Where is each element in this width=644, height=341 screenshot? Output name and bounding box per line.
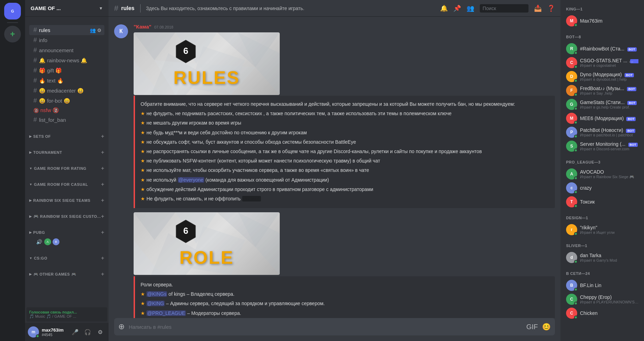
message-input[interactable]: [129, 320, 522, 334]
channel-item-list-for-ban[interactable]: # list_for_ban: [29, 115, 104, 125]
member-name: "rikikyn": [580, 225, 638, 230]
category-game-room-rating: ▼GAME ROOM FOR RATING +: [25, 158, 109, 174]
channel-item-rainbow-news[interactable]: # 🔔 rainbow-news 🔔: [29, 55, 104, 65]
member-item-mee6[interactable]: M MEE6 (Модерация) BOT: [563, 111, 641, 125]
member-item-max763im[interactable]: M Max763im: [563, 14, 641, 28]
member-avatar: D: [566, 71, 577, 82]
chevron-down-icon: ▼: [29, 256, 32, 260]
add-channel-icon[interactable]: +: [101, 165, 104, 172]
add-channel-icon[interactable]: +: [101, 133, 104, 140]
headphones-icon[interactable]: 🎧: [82, 326, 93, 338]
add-channel-icon[interactable]: +: [101, 229, 104, 236]
member-name: Max763im: [580, 18, 638, 24]
channel-item-mediacenter[interactable]: # 😄 mediacenter 😄: [29, 86, 104, 96]
add-channel-icon[interactable]: +: [101, 255, 104, 261]
member-info: Server Monitoring (... BOT Играет в Disc…: [580, 141, 638, 151]
member-item-fredboat[interactable]: F FredBoat♪♪ (Музы... BOT Играет в Say ,…: [563, 84, 641, 97]
member-item-csgo-stats[interactable]: C CSGO-STATS.NET ... BOT Играет в csgost…: [563, 56, 641, 70]
online-dot: [574, 79, 578, 82]
chevron-right-icon: ▶: [29, 215, 32, 218]
channel-item-for-bot[interactable]: # 😄 for-bot 😄: [29, 96, 104, 106]
channel-item-gift[interactable]: # 🎁 gift 🎁: [29, 65, 104, 76]
rule-7: ★не используйте мат, чтобы оскорбить уча…: [141, 166, 549, 175]
hash-icon: #: [33, 67, 37, 74]
channel-item-rules[interactable]: # rules 👥 ⚙: [29, 25, 104, 35]
online-dot: [574, 107, 578, 110]
channel-header: # rules Здесь Вы находитесь, ознакомьтес…: [109, 0, 560, 17]
add-channel-icon[interactable]: +: [101, 213, 104, 220]
add-channel-icon[interactable]: +: [101, 271, 104, 277]
settings-icon[interactable]: ⚙: [95, 326, 106, 338]
member-item-rainbowbot[interactable]: R #RainbowBot (Ста... BOT: [563, 42, 641, 56]
header-search-input[interactable]: [480, 4, 528, 13]
member-item-patchbot[interactable]: P PatchBot (Новости) BOT Играет в patchb…: [563, 125, 641, 139]
member-group-header: DESIGN—1: [563, 214, 641, 221]
channel-item-announcement[interactable]: # announcement: [29, 45, 104, 55]
online-dot: [574, 232, 578, 236]
bot-badge: BOT: [625, 73, 634, 77]
member-name: dan Tarka: [580, 253, 638, 258]
footer-actions: 🎤 🎧 ⚙: [70, 326, 106, 338]
message-header: "Кама" 07.08.2018: [134, 24, 555, 30]
members-icon[interactable]: 👥: [90, 27, 96, 33]
member-avatar: A: [566, 168, 577, 180]
chevron-right-icon: ▶: [29, 231, 32, 234]
question-icon[interactable]: ❓: [547, 5, 555, 12]
channel-name: info: [39, 37, 47, 43]
server-icon-game[interactable]: G: [4, 3, 21, 19]
spoiler-text[interactable]: content: [242, 196, 261, 201]
member-item-avocado[interactable]: A AVOCADO Играет в Rainbow Six Siege 🎮: [563, 167, 641, 181]
member-item-toksik[interactable]: Т Токсик: [563, 195, 641, 209]
speaker-icon: 🔊: [36, 239, 42, 245]
member-info: CSGO-STATS.NET ... BOT Играет в csgostat…: [580, 58, 638, 68]
members-icon[interactable]: 👥: [467, 5, 474, 12]
add-channel-icon[interactable]: +: [101, 181, 104, 188]
channel-item-info[interactable]: # info: [29, 35, 104, 45]
rule-10: ★Не флудить, не спамить, и не оффтопить …: [141, 195, 549, 203]
member-item-dan-tarka[interactable]: d dan Tarka Играет в Garry's Mod: [563, 251, 641, 264]
bell-icon[interactable]: 🔔: [440, 5, 448, 12]
member-item-cheppy[interactable]: C Cheppy (Erop) Играет в PLAYERUNKNOWN'S…: [563, 292, 641, 306]
add-channel-icon[interactable]: +: [101, 197, 104, 204]
pro-league-mention: @PRO_LEAGUE: [146, 310, 186, 316]
online-dot: [574, 149, 578, 152]
rule-9: ★обсуждение действий Администрации прохо…: [141, 185, 549, 194]
member-item-chicken[interactable]: C Chicken: [563, 306, 641, 320]
r6-logo: 6: [175, 39, 196, 64]
channel-name: announcement: [39, 47, 73, 53]
member-item-gamestats[interactable]: G GameStats (Стати... BOT Играет в gs.he…: [563, 97, 641, 111]
role-text: ROLE: [180, 247, 234, 268]
member-avatar: M: [566, 113, 577, 124]
emoji-icon[interactable]: 😊: [542, 323, 551, 331]
chevron-right-icon: ▶: [29, 151, 32, 154]
member-item-rikikyn[interactable]: r "rikikyn" Играет в Ищет угли: [563, 223, 641, 237]
member-info: #RainbowBot (Ста... BOT: [580, 46, 638, 51]
microphone-icon[interactable]: 🎤: [70, 326, 81, 338]
member-item-dyno[interactable]: D Dyno (Модерация) BOT Играет в dynobot.…: [563, 70, 641, 84]
member-item-server-monitoring[interactable]: S Server Monitoring (... BOT Играет в Di…: [563, 139, 641, 153]
sidebar-header[interactable]: GAME OF ... ▼: [25, 0, 109, 17]
online-dot: [574, 121, 578, 124]
channel-item-nsfw[interactable]: 🔞 nsfw 🔞: [29, 106, 104, 115]
member-name: MEE6 (Модерация) BOT: [580, 116, 638, 121]
online-dot: [574, 135, 578, 138]
chevron-down-icon: ▼: [29, 167, 32, 170]
member-item-bf-lin-lin[interactable]: B BF.Lin Lin: [563, 278, 641, 292]
gif-icon[interactable]: GIF: [526, 323, 538, 331]
channel-item-pubg-voice[interactable]: 🔊 A B: [29, 237, 104, 247]
music-label: 🎵 Music 🎵: [29, 314, 51, 318]
rule-1: ★не флудить, не поднимать расистских, се…: [141, 109, 549, 118]
add-attachment-button[interactable]: ⊕: [118, 318, 125, 335]
server-icon-add[interactable]: +: [4, 26, 21, 42]
rule-6: ★не публиковать NSFW-контент (контент, к…: [141, 157, 549, 165]
pin-icon[interactable]: 📌: [453, 5, 461, 12]
inbox-icon[interactable]: 📥: [534, 5, 542, 12]
member-item-crazy[interactable]: c crazy: [563, 181, 641, 195]
channel-item-text[interactable]: # 🔥 text 🔥: [29, 76, 104, 86]
r6-logo-role: 6: [175, 219, 196, 244]
add-channel-icon[interactable]: +: [101, 149, 104, 156]
settings-icon[interactable]: ⚙: [97, 27, 102, 33]
member-info: Cheppy (Erop) Играет в PLAYERUNKNOWN'S B…: [580, 294, 638, 304]
channel-name: 😄 for-bot 😄: [39, 98, 70, 104]
rules-text: RULES: [173, 67, 240, 88]
